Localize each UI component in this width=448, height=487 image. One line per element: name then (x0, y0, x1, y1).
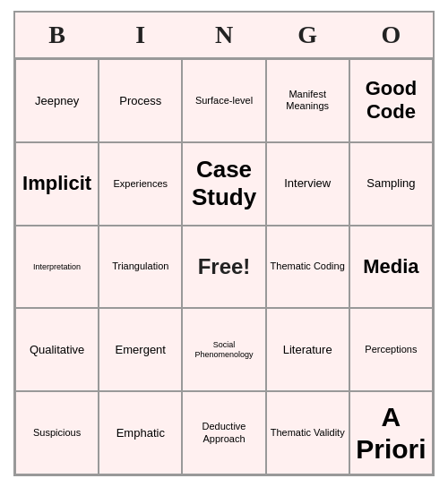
cell-text-6: Experiences (114, 178, 168, 190)
cell-text-7: Case Study (186, 156, 261, 211)
bingo-cell-12: Free! (182, 226, 265, 309)
cell-text-2: Surface-level (195, 95, 253, 107)
bingo-cell-7: Case Study (182, 142, 265, 226)
cell-text-24: A Priori (354, 401, 428, 466)
bingo-cell-5: Implicit (15, 142, 99, 226)
cell-text-12: Free! (198, 254, 251, 280)
cell-text-9: Sampling (366, 176, 415, 191)
cell-text-17: Social Phenomenology (186, 340, 261, 360)
bingo-cell-14: Media (349, 226, 433, 309)
header-letter-i: I (99, 13, 182, 57)
bingo-cell-16: Emergent (99, 308, 182, 391)
bingo-cell-23: Thematic Validity (266, 391, 349, 474)
cell-text-19: Perceptions (365, 344, 417, 355)
bingo-cell-3: Manifest Meanings (266, 59, 349, 142)
bingo-cell-13: Thematic Coding (266, 226, 349, 309)
bingo-cell-10: Interpretation (15, 226, 99, 309)
cell-text-3: Manifest Meanings (271, 89, 345, 112)
bingo-cell-18: Literature (266, 308, 349, 391)
bingo-card: BINGO JeepneyProcessSurface-levelManifes… (13, 11, 435, 476)
bingo-header: BINGO (15, 13, 433, 57)
bingo-cell-11: Triangulation (99, 226, 182, 309)
header-letter-b: B (15, 13, 99, 57)
bingo-cell-20: Suspicious (15, 391, 99, 474)
header-letter-n: N (182, 13, 265, 57)
bingo-cell-6: Experiences (99, 142, 182, 226)
cell-text-14: Media (363, 255, 418, 278)
cell-text-8: Interview (284, 176, 331, 191)
bingo-cell-8: Interview (266, 142, 349, 226)
cell-text-11: Triangulation (112, 261, 168, 272)
cell-text-4: Good Code (354, 77, 428, 124)
bingo-cell-9: Sampling (349, 142, 433, 226)
cell-text-18: Literature (283, 343, 332, 357)
bingo-cell-2: Surface-level (182, 59, 265, 142)
bingo-cell-17: Social Phenomenology (182, 308, 265, 391)
bingo-cell-15: Qualitative (15, 308, 99, 391)
cell-text-10: Interpretation (33, 262, 81, 272)
cell-text-1: Process (119, 94, 161, 108)
bingo-cell-19: Perceptions (349, 308, 433, 391)
cell-text-22: Deductive Approach (186, 421, 261, 444)
cell-text-15: Qualitative (30, 343, 84, 357)
bingo-cell-22: Deductive Approach (182, 391, 265, 474)
bingo-grid: JeepneyProcessSurface-levelManifest Mean… (15, 57, 433, 474)
cell-text-23: Thematic Validity (271, 427, 345, 439)
cell-text-21: Emphatic (116, 426, 165, 440)
cell-text-5: Implicit (22, 172, 91, 195)
header-letter-o: O (349, 13, 433, 57)
bingo-cell-24: A Priori (349, 391, 433, 474)
header-letter-g: G (266, 13, 349, 57)
cell-text-20: Suspicious (33, 427, 81, 439)
bingo-cell-0: Jeepney (15, 59, 99, 142)
cell-text-0: Jeepney (35, 94, 79, 108)
cell-text-13: Thematic Coding (271, 261, 345, 272)
bingo-cell-1: Process (99, 59, 182, 142)
cell-text-16: Emergent (116, 343, 166, 357)
bingo-cell-21: Emphatic (99, 391, 182, 474)
bingo-cell-4: Good Code (349, 59, 433, 142)
